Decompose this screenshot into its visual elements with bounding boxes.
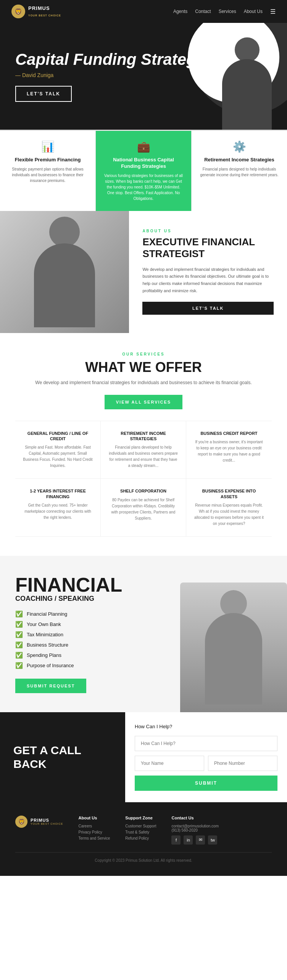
twitter-icon[interactable]: tw (208, 835, 217, 845)
callback-message-input[interactable] (135, 736, 277, 751)
services-grid: GENERAL FUNDING / LINE OF CREDIT Simple … (15, 421, 272, 537)
footer-email: contact@primusolution.com (171, 824, 219, 828)
offer-section: OUR SERVICES WHAT WE OFFER We develop an… (0, 333, 287, 556)
services-strip: 📊 Flexible Premium Financing Strategic p… (0, 130, 287, 211)
navigation: 🦁 PRIMUS YOUR BEST CHOICE Agents Contact… (0, 0, 287, 23)
footer-customer-support-link[interactable]: Customer Support (125, 824, 156, 828)
callback-help-text: How Can I Help? (135, 724, 277, 729)
footer-logo-icon: 🦁 (15, 816, 27, 828)
brand-name: PRIMUS (28, 5, 61, 11)
about-section: ABOUT US EXECUTIVE FINANCIAL STRATEGIST … (0, 211, 287, 333)
callback-submit-button[interactable]: SUBMIT (135, 776, 277, 791)
service-grid-title-4: SHELF CORPORATION (108, 488, 178, 494)
check-icon-1: ✅ (15, 621, 23, 628)
service-item-5: BUSINESS EXPENSE INTO ASSETS Revenue min… (186, 479, 272, 537)
submit-request-button[interactable]: SUBMIT REQUEST (15, 679, 86, 693)
hero-title: Capital Funding Strategies (15, 51, 272, 68)
footer: 🦁 PRIMUS YOUR BEST CHOICE About Us Caree… (0, 802, 287, 876)
service-card-1: 💼 National Business Capital Funding Stra… (96, 131, 192, 211)
service-grid-desc-0: Simple and Fast. More affordable. Fast C… (23, 444, 93, 469)
service-item-2: BUSINESS CREDIT REPORT If you're a busin… (186, 421, 272, 479)
service-item-1: RETIREMENT INCOME STRATEGIES Financial p… (101, 421, 186, 479)
about-image (0, 211, 129, 333)
service-icon-2: ⚙️ (199, 140, 279, 153)
coaching-item-3: ✅ Business Structure (15, 641, 272, 649)
footer-refund-link[interactable]: Refund Policy (125, 836, 156, 840)
footer-about-heading: About Us (79, 816, 110, 820)
service-grid-title-1: RETIREMENT INCOME STRATEGIES (108, 431, 178, 442)
footer-top: 🦁 PRIMUS YOUR BEST CHOICE About Us Caree… (15, 816, 272, 845)
offer-label: OUR SERVICES (15, 352, 272, 356)
service-grid-desc-3: Get the Cash you need. 75+ lender market… (23, 502, 93, 521)
footer-privacy-link[interactable]: Privacy Policy (79, 830, 110, 834)
callback-phone-input[interactable] (208, 756, 277, 771)
footer-contact-col: Contact Us contact@primusolution.com (91… (171, 816, 219, 845)
coaching-subtitle: COACHING / SPEAKING (15, 595, 272, 603)
footer-trust-link[interactable]: Trust & Safety (125, 830, 156, 834)
coaching-item-2: ✅ Tax Minimization (15, 631, 272, 638)
service-icon-0: 📊 (8, 140, 88, 153)
about-description: We develop and implement financial strat… (142, 266, 274, 294)
check-icon-5: ✅ (15, 662, 23, 669)
hero-content: Capital Funding Strategies David Zuniga … (15, 51, 272, 102)
view-all-services-button[interactable]: VIEW ALL SERVICES (105, 395, 182, 409)
hero-author: David Zuniga (15, 72, 272, 78)
service-card-0: 📊 Flexible Premium Financing Strategic p… (0, 131, 96, 211)
about-content: ABOUT US EXECUTIVE FINANCIAL STRATEGIST … (129, 211, 287, 333)
footer-brand-tagline: YOUR BEST CHOICE (31, 822, 63, 825)
brand-tagline: YOUR BEST CHOICE (28, 14, 61, 17)
footer-terms-link[interactable]: Terms and Service (79, 836, 110, 840)
coaching-item-4: ✅ Spending Plans (15, 652, 272, 659)
service-item-4: SHELF CORPORATION 80 Paydex can be achie… (101, 479, 186, 537)
facebook-icon[interactable]: f (171, 835, 181, 845)
service-card-2: ⚙️ Retirement Income Strategies Financia… (192, 131, 287, 211)
service-grid-title-0: GENERAL FUNDING / LINE OF CREDIT (23, 431, 93, 442)
footer-support-heading: Support Zone (125, 816, 156, 820)
nav-contact[interactable]: Contact (195, 9, 211, 14)
service-item-3: 1-2 YEARS INTEREST FREE FINANCING Get th… (15, 479, 101, 537)
nav-links: Agents Contact Services About Us ☰ (173, 8, 276, 15)
logo[interactable]: 🦁 PRIMUS YOUR BEST CHOICE (11, 5, 61, 18)
about-cta-button[interactable]: LET'S TALK (142, 302, 274, 315)
service-item-0: GENERAL FUNDING / LINE OF CREDIT Simple … (15, 421, 101, 479)
check-icon-0: ✅ (15, 610, 23, 618)
service-grid-desc-4: 80 Paydex can be achieved for Shelf Corp… (108, 497, 178, 521)
coaching-title: FINANCIAL (15, 575, 272, 595)
offer-title: WHAT WE OFFER (15, 359, 272, 375)
email-icon[interactable]: ✉ (196, 835, 205, 845)
service-title-2: Retirement Income Strategies (199, 157, 279, 163)
nav-services[interactable]: Services (219, 9, 236, 14)
linkedin-icon[interactable]: in (184, 835, 193, 845)
footer-careers-link[interactable]: Careers (79, 824, 110, 828)
footer-brand-col: 🦁 PRIMUS YOUR BEST CHOICE (15, 816, 63, 845)
hero-section: Capital Funding Strategies David Zuniga … (0, 23, 287, 130)
callback-right: How Can I Help? SUBMIT (125, 712, 287, 802)
nav-about[interactable]: About Us (244, 9, 263, 14)
service-grid-desc-5: Revenue minus Expenses equals Profit. Wh… (194, 502, 264, 527)
callback-name-phone-row (135, 756, 277, 771)
hero-cta-button[interactable]: LET'S TALK (15, 86, 72, 102)
service-desc-0: Strategic payment plan options that allo… (8, 166, 88, 183)
service-grid-title-3: 1-2 YEARS INTEREST FREE FINANCING (23, 488, 93, 499)
coaching-list: ✅ Financial Planning ✅ Your Own Bank ✅ T… (15, 610, 272, 669)
service-grid-title-2: BUSINESS CREDIT REPORT (194, 431, 264, 436)
service-grid-desc-1: Financial plans developed to help indivi… (108, 444, 178, 469)
about-silhouette (34, 217, 95, 327)
footer-contact-heading: Contact Us (171, 816, 219, 820)
service-grid-title-5: BUSINESS EXPENSE INTO ASSETS (194, 488, 264, 499)
menu-icon[interactable]: ☰ (270, 8, 276, 15)
nav-agents[interactable]: Agents (173, 9, 187, 14)
service-title-1: National Business Capital Funding Strate… (103, 157, 184, 170)
check-icon-4: ✅ (15, 652, 23, 659)
footer-support-col: Support Zone Customer Support Trust & Sa… (125, 816, 156, 845)
footer-copyright: Copyright © 2023 Primus Solution Ltd. Al… (15, 852, 272, 863)
service-desc-2: Financial plans designed to help individ… (199, 166, 279, 178)
footer-about-col: About Us Careers Privacy Policy Terms an… (79, 816, 110, 845)
callback-name-input[interactable] (135, 756, 204, 771)
footer-phone: (913) 560-2020 (171, 828, 219, 832)
service-title-0: Flexible Premium Financing (8, 157, 88, 163)
coaching-item-5: ✅ Purpose of Insurance (15, 662, 272, 669)
footer-logo: 🦁 PRIMUS YOUR BEST CHOICE (15, 816, 63, 828)
callback-title: GET A CALL BACK (13, 743, 112, 771)
coaching-section: FINANCIAL COACHING / SPEAKING ✅ Financia… (0, 556, 287, 712)
